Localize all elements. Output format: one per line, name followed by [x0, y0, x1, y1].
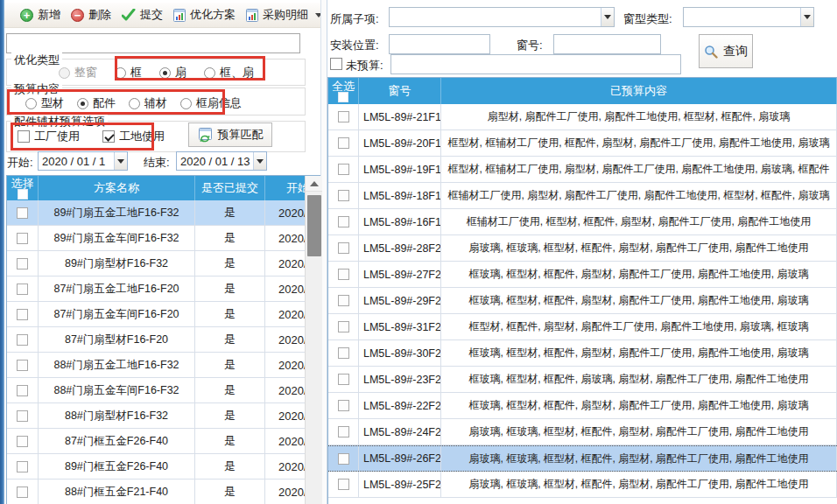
table-row[interactable]: LM5L-89#-16F15框辅材工厂使用, 框型材, 框配件, 扇型材, 扇配…	[328, 209, 837, 235]
row-select-cell	[328, 314, 359, 340]
table-row[interactable]: 88#门扇型材F16-F32是2020/0	[7, 403, 322, 429]
row-checkbox[interactable]	[338, 216, 349, 228]
table-row[interactable]: LM5L-89#-22F20框玻璃, 框型材, 框配件, 扇型材, 扇配件工厂使…	[328, 393, 837, 419]
no-budget-input[interactable]	[390, 54, 681, 74]
row-checkbox[interactable]	[17, 410, 28, 422]
window-table-header: 全选 窗号 已预算内容	[328, 78, 837, 104]
radio-option[interactable]: 配件	[77, 95, 116, 111]
radio-option[interactable]: 框	[115, 65, 142, 80]
table-row[interactable]: LM5L-89#-21F19扇型材, 扇配件工厂使用, 扇配件工地使用, 框型材…	[328, 104, 837, 130]
row-checkbox[interactable]	[17, 309, 28, 320]
table-row[interactable]: 87#门扇五金工地F16-F20是2020/0	[7, 276, 322, 302]
sub-item-combobox[interactable]	[389, 7, 615, 27]
table-row[interactable]: LM5L-89#-20F18框型材, 框辅材工厂使用, 框配件, 扇型材, 扇配…	[328, 130, 837, 157]
window-budget-table: 全选 窗号 已预算内容 LM5L-89#-21F19扇型材, 扇配件工厂使用, …	[327, 77, 837, 504]
budgeted-content-column-header[interactable]: 已预算内容	[441, 78, 837, 104]
row-checkbox[interactable]	[338, 400, 349, 411]
submitted-column-header[interactable]: 是否已提交	[195, 176, 265, 200]
row-checkbox[interactable]	[17, 360, 28, 371]
end-date-value: 2020 / 01 / 13	[177, 155, 253, 168]
row-checkbox[interactable]	[338, 321, 349, 332]
query-button[interactable]: 查询	[699, 34, 753, 68]
window-no-input[interactable]	[553, 34, 661, 54]
delete-button[interactable]: − 删除	[66, 4, 116, 25]
row-checkbox[interactable]	[338, 295, 349, 306]
table-row[interactable]: LM5L-89#-24F22扇玻璃, 框玻璃, 框型材, 框配件, 扇型材, 扇…	[328, 419, 837, 445]
row-checkbox[interactable]	[338, 269, 349, 280]
table-row[interactable]: LM5L-89#-23F21框玻璃, 框型材, 框配件, 扇玻璃, 扇型材, 扇…	[328, 367, 837, 393]
table-row[interactable]: 88#门扇五金工地F16-F32是2020/0	[7, 353, 322, 378]
table-row[interactable]: LM5L-89#-28F26扇玻璃, 框玻璃, 框型材, 框配件, 扇型材, 扇…	[328, 235, 837, 262]
start-date-dropdown-button[interactable]	[114, 152, 127, 170]
table-row[interactable]: 89#门扇五金车间F16-F32是2020/0	[7, 226, 322, 251]
table-row[interactable]: 89#门扇五金工地F16-F32是2020/0	[7, 200, 322, 226]
submit-button[interactable]: 提交	[116, 4, 168, 25]
table-row[interactable]: LM5L-89#-19F17框型材, 框辅材工厂使用, 扇型材, 扇配件工厂使用…	[328, 157, 837, 183]
row-checkbox[interactable]	[17, 385, 28, 396]
table-row[interactable]: 89#门框五金F26-F40是2020/0	[7, 454, 322, 480]
install-position-input[interactable]	[389, 34, 490, 54]
table-row[interactable]: LM5L-89#-27F25框玻璃, 框型材, 框配件, 扇型材, 扇配件工厂使…	[328, 262, 837, 288]
budget-match-button[interactable]: 预算匹配	[188, 122, 272, 147]
table-row[interactable]: LM5L-89#-26F24扇玻璃, 框玻璃, 框型材, 框配件, 扇型材, 扇…	[328, 445, 837, 472]
radio-option[interactable]: 扇	[159, 65, 186, 80]
radio-option[interactable]: 辅材	[129, 95, 167, 111]
row-checkbox[interactable]	[17, 436, 28, 447]
purchase-detail-button[interactable]: 采购明细	[241, 4, 327, 25]
table-row[interactable]: 88#门框五金F21-F40是2020/0	[7, 480, 322, 504]
row-checkbox[interactable]	[17, 486, 28, 498]
window-no-column-header[interactable]: 窗号	[359, 78, 441, 104]
table-row[interactable]: 87#门框五金F26-F40是2020/0	[7, 429, 322, 454]
select-all-checkbox[interactable]	[338, 92, 348, 102]
row-checkbox[interactable]	[338, 347, 349, 359]
plan-search-input[interactable]	[6, 33, 300, 53]
start-date-label: 开始:	[7, 155, 33, 171]
window-no-cell: LM5L-89#-20F18	[359, 130, 441, 156]
table-row[interactable]: LM5L-89#-31F29框型材, 框配件, 扇型材, 扇配件工厂使用, 扇配…	[328, 314, 837, 340]
row-checkbox[interactable]	[338, 164, 349, 175]
row-checkbox[interactable]	[17, 461, 28, 472]
start-date-picker[interactable]: 2020 / 01 / 1	[38, 151, 128, 171]
row-checkbox[interactable]	[338, 111, 349, 122]
scroll-up-button[interactable]	[306, 176, 322, 192]
table-row[interactable]: 89#门扇型材F16-F32是2020/0	[7, 251, 322, 276]
table-row[interactable]: 87#门扇型材F16-F20是2020/0	[7, 327, 322, 353]
table-row[interactable]: LM5L-89#-29F27框玻璃, 框型材, 框配件, 扇型材, 扇配件工厂使…	[328, 288, 837, 314]
no-budget-checkbox[interactable]	[330, 58, 342, 70]
plan-table-scrollbar[interactable]	[305, 176, 322, 504]
row-checkbox[interactable]	[17, 207, 28, 219]
radio-option[interactable]: 框扇信息	[180, 95, 242, 111]
row-checkbox[interactable]	[338, 242, 349, 254]
end-date-dropdown-button[interactable]	[253, 152, 266, 170]
select-all-checkbox[interactable]	[18, 189, 28, 200]
plan-name-column-header[interactable]: 方案名称	[39, 176, 195, 200]
table-row[interactable]: LM5L-89#-18F16框辅材工厂使用, 扇型材, 扇配件工厂使用, 扇配件…	[328, 183, 837, 209]
radio-option[interactable]: 型材	[25, 95, 64, 111]
optimize-plan-button[interactable]: 优化方案	[168, 4, 241, 25]
row-checkbox[interactable]	[338, 190, 349, 201]
row-checkbox[interactable]	[17, 334, 28, 346]
row-checkbox[interactable]	[338, 137, 349, 149]
window-type-dropdown-button[interactable]	[800, 8, 813, 26]
table-row[interactable]: LM5L-89#-25F23扇玻璃, 框玻璃, 框型材, 框配件, 扇型材, 扇…	[328, 472, 837, 498]
radio-option[interactable]: 框、扇	[204, 65, 254, 80]
row-checkbox[interactable]	[17, 233, 28, 244]
checkbox-option[interactable]: 工地使用	[102, 129, 165, 144]
end-date-picker[interactable]: 2020 / 01 / 13	[176, 151, 267, 171]
row-checkbox[interactable]	[338, 453, 349, 465]
row-checkbox[interactable]	[338, 426, 349, 438]
sub-item-dropdown-button[interactable]	[601, 8, 614, 26]
row-select-cell	[328, 183, 359, 208]
table-row[interactable]: LM5L-89#-30F28框玻璃, 框型材, 框配件, 扇型材, 扇配件工厂使…	[328, 340, 837, 367]
row-checkbox[interactable]	[17, 258, 28, 270]
table-row[interactable]: 88#门扇五金车间F16-F32是2020/0	[7, 378, 322, 403]
checkbox-option[interactable]: 工厂使用	[18, 129, 80, 144]
scrollbar-thumb[interactable]	[307, 195, 321, 256]
row-checkbox[interactable]	[17, 284, 28, 295]
row-checkbox[interactable]	[338, 479, 349, 490]
window-type-combobox[interactable]	[683, 7, 814, 27]
row-checkbox[interactable]	[338, 374, 349, 385]
radio-option[interactable]: 整窗	[59, 65, 97, 80]
table-row[interactable]: 87#门扇五金车间F16-F20是2020/0	[7, 302, 322, 327]
new-button[interactable]: + 新增	[15, 4, 66, 25]
